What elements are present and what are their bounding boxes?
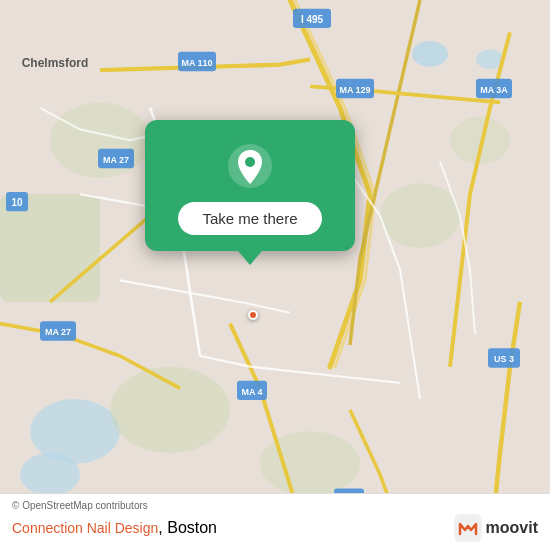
take-me-there-button[interactable]: Take me there bbox=[178, 202, 321, 235]
moovit-text: moovit bbox=[486, 519, 538, 537]
svg-point-6 bbox=[380, 183, 460, 248]
bottom-info-row: Connection Nail Design, Boston moovit bbox=[12, 514, 538, 542]
svg-text:Chelmsford: Chelmsford bbox=[22, 55, 89, 70]
svg-point-1 bbox=[20, 453, 80, 496]
svg-text:I 495: I 495 bbox=[301, 13, 323, 24]
svg-text:MA 3A: MA 3A bbox=[480, 84, 508, 94]
place-name: Connection Nail Design bbox=[12, 520, 158, 536]
bottom-bar: © OpenStreetMap contributors Connection … bbox=[0, 493, 550, 550]
svg-text:10: 10 bbox=[11, 197, 22, 208]
svg-point-33 bbox=[245, 157, 255, 167]
svg-point-5 bbox=[110, 367, 230, 453]
svg-text:MA 4: MA 4 bbox=[241, 386, 263, 396]
moovit-icon bbox=[454, 514, 482, 542]
map-svg: I 495 MA 110 MA 129 MA 3A MA 27 10 MA 27… bbox=[0, 0, 550, 550]
city-name: Boston bbox=[167, 519, 217, 536]
map-pin-dot bbox=[248, 310, 258, 320]
popup-card: Take me there bbox=[145, 120, 355, 251]
svg-text:MA 27: MA 27 bbox=[103, 155, 129, 165]
moovit-logo: moovit bbox=[454, 514, 538, 542]
svg-text:US 3: US 3 bbox=[494, 354, 514, 364]
svg-text:MA 27: MA 27 bbox=[45, 327, 71, 337]
map-container: I 495 MA 110 MA 129 MA 3A MA 27 10 MA 27… bbox=[0, 0, 550, 550]
location-pin-icon bbox=[224, 140, 276, 192]
svg-text:MA 129: MA 129 bbox=[339, 84, 370, 94]
place-info: Connection Nail Design, Boston bbox=[12, 519, 217, 537]
city-separator: , bbox=[158, 519, 167, 536]
svg-point-2 bbox=[412, 41, 448, 67]
svg-text:MA 110: MA 110 bbox=[181, 57, 212, 67]
copyright-text: © OpenStreetMap contributors bbox=[12, 500, 538, 511]
